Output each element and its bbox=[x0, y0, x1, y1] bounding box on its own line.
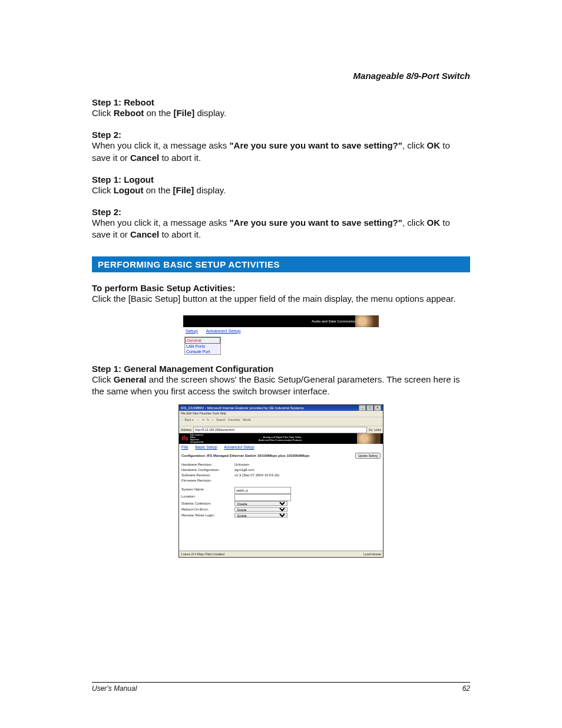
refresh-icon[interactable]: ↻ bbox=[207, 418, 209, 421]
footer-page-number: 62 bbox=[462, 684, 470, 693]
roe-label: Reboot-On-Error: bbox=[181, 507, 234, 513]
ifs-logo-sub: International Fiber Systems Incorporated bbox=[190, 434, 203, 443]
shot1-side-console[interactable]: Console Port bbox=[185, 349, 220, 354]
shot1-menu-advanced[interactable]: Advanced Setup bbox=[206, 328, 241, 334]
shot2-menubar[interactable]: File Edit View Favorites Tools Help bbox=[179, 411, 383, 417]
shot1-menu-row: Setup Advanced Setup bbox=[183, 327, 379, 335]
address-label: Address bbox=[181, 428, 191, 431]
menu-file[interactable]: File bbox=[181, 445, 188, 449]
forward-button[interactable]: → bbox=[196, 418, 199, 421]
location-label: Location: bbox=[181, 494, 234, 501]
shot1-banner: Audio and Data Communication Products bbox=[183, 315, 379, 327]
document-title: Manageable 8/9-Port Switch bbox=[92, 71, 470, 81]
rtl-label: Remote Telnet Login: bbox=[181, 513, 234, 519]
back-button[interactable]: ← Back ▾ bbox=[181, 418, 194, 421]
shot2-config-line: Configuration: IFS Managed Ethernet Swit… bbox=[179, 450, 383, 460]
rtl-select[interactable]: Enable bbox=[234, 513, 287, 518]
basic-setup-heading: To perform Basic Setup Activities: bbox=[92, 283, 470, 293]
shot2-page-banner: ifs International Fiber Systems Incorpor… bbox=[179, 433, 383, 444]
minimize-icon[interactable]: _ bbox=[359, 405, 366, 411]
sys-name-input[interactable] bbox=[234, 487, 291, 494]
hw-cfg-value: agm1g8.rom bbox=[234, 467, 381, 473]
shot2-status-bar: 1 items (0.4 Mbps Plain) Installed Local… bbox=[179, 551, 383, 557]
stat-label: Statistic Collection: bbox=[181, 501, 234, 507]
favorites-button[interactable]: Favorites bbox=[228, 418, 240, 421]
banner-photo bbox=[357, 433, 381, 444]
section-heading-bar: PERFORMING BASIC SETUP ACTIVITIES bbox=[92, 256, 470, 272]
step2-reboot-text: When you click it, a message asks "Are y… bbox=[92, 140, 470, 164]
shot1-side-lan[interactable]: LAN Ports bbox=[185, 344, 220, 349]
shot2-title-text: IFS_D1408MV - Microsoft Internet Explore… bbox=[181, 405, 304, 411]
update-setting-button[interactable]: Update Setting bbox=[355, 453, 381, 459]
status-left: 1 items (0.4 Mbps Plain) Installed bbox=[181, 552, 224, 556]
location-input[interactable] bbox=[234, 494, 291, 501]
step2-reboot-heading: Step 2: bbox=[92, 130, 470, 140]
step1-logout-heading: Step 1: Logout bbox=[92, 174, 470, 185]
maximize-icon[interactable]: □ bbox=[366, 405, 373, 411]
go-button[interactable]: Go bbox=[369, 428, 373, 431]
status-right: Local intranet bbox=[363, 552, 381, 556]
shot2-form: Hardware Revision:Unknown Hardware Confi… bbox=[179, 460, 383, 521]
gmc-text: Click General and the screen shows' the … bbox=[92, 374, 470, 398]
step1-logout-text: Click Logout on the [File] display. bbox=[92, 185, 470, 196]
home-icon[interactable]: ⌂ bbox=[211, 418, 213, 421]
shot2-page-menu: File Basic Setup Advanced Setup bbox=[179, 444, 383, 450]
shot1-menu-setup[interactable]: Setup bbox=[186, 328, 198, 334]
stat-select[interactable]: Disable bbox=[234, 501, 287, 506]
shot2-toolbar: ← Back ▾ → ✕ ↻ ⌂ Search Favorites Media bbox=[179, 417, 383, 426]
fw-rev-value bbox=[234, 478, 381, 483]
sw-rev-label: Software Revision: bbox=[181, 473, 234, 478]
stop-icon[interactable]: ✕ bbox=[202, 418, 204, 421]
roe-select[interactable]: Enable bbox=[234, 507, 287, 512]
screenshot-menu-crop: Audio and Data Communication Products Se… bbox=[183, 315, 379, 357]
menu-basic-setup[interactable]: Basic Setup bbox=[195, 445, 217, 449]
address-input[interactable] bbox=[193, 427, 366, 433]
fw-rev-label: Firmware Revision: bbox=[181, 478, 234, 483]
screenshot-browser-window: IFS_D1408MV - Microsoft Internet Explore… bbox=[178, 404, 384, 558]
step2-logout-text: When you click it, a message asks "Are y… bbox=[92, 217, 470, 241]
sw-rev-value: v1.3 (Sep 07 2004 15:03:16) bbox=[234, 473, 381, 478]
hw-rev-value: Unknown bbox=[234, 462, 381, 467]
config-text: Configuration: IFS Managed Ethernet Swit… bbox=[181, 454, 309, 457]
footer-left: User's Manual bbox=[92, 684, 137, 693]
shot1-photo-corner bbox=[355, 315, 379, 327]
basic-setup-text: Click the [Basic Setup] button at the up… bbox=[92, 293, 470, 305]
shot2-titlebar: IFS_D1408MV - Microsoft Internet Explore… bbox=[179, 405, 383, 411]
page-footer: User's Manual 62 bbox=[92, 682, 470, 693]
step1-reboot-heading: Step 1: Reboot bbox=[92, 97, 470, 107]
ifs-logo: ifs bbox=[181, 436, 189, 441]
shot1-side-menu: General LAN Ports Console Port bbox=[184, 337, 221, 355]
sys-name-label: System Name: bbox=[181, 487, 234, 494]
hw-rev-label: Hardware Revision: bbox=[181, 462, 234, 467]
hw-cfg-label: Hardware Configuration: bbox=[181, 467, 234, 473]
shot2-address-bar: Address Go Links bbox=[179, 426, 383, 433]
gmc-heading: Step 1: General Management Configuration bbox=[92, 364, 470, 374]
media-button[interactable]: Media bbox=[243, 418, 251, 421]
step2-logout-heading: Step 2: bbox=[92, 207, 470, 217]
menu-advanced-setup[interactable]: Advanced Setup bbox=[224, 445, 254, 449]
shot1-side-general[interactable]: General bbox=[185, 337, 220, 344]
banner-right-text: Analog and Digital Fiber Optic Video, Au… bbox=[259, 436, 302, 442]
close-icon[interactable]: × bbox=[374, 405, 381, 411]
links-label[interactable]: Links bbox=[374, 428, 381, 431]
search-button[interactable]: Search bbox=[216, 418, 226, 421]
step1-reboot-text: Click Reboot on the [File] display. bbox=[92, 107, 470, 119]
